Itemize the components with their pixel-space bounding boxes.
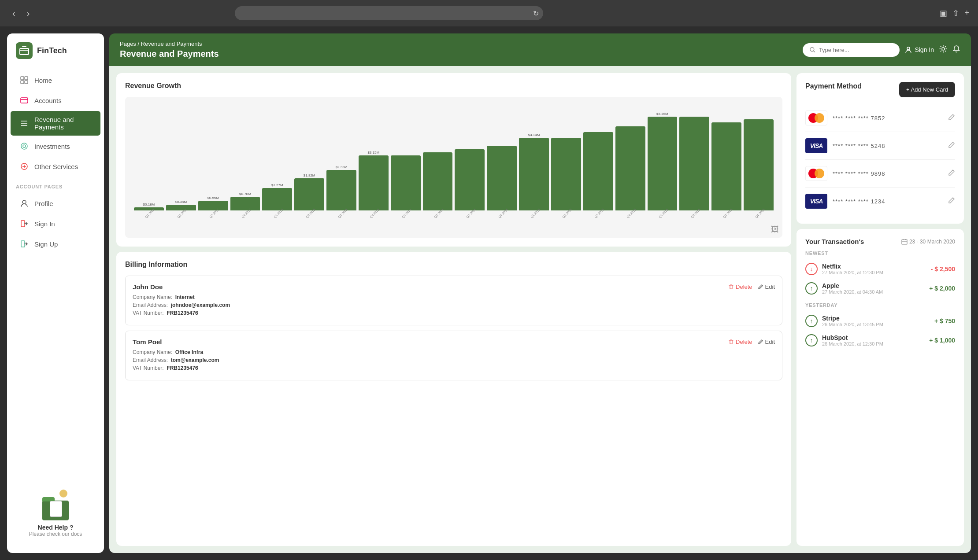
sidebar-item-other[interactable]: Other Services [11,157,100,176]
transaction-item: ↑ Stripe 26 March 2020, at 13:45 PM + $ … [805,311,955,331]
transaction-name: Apple [822,282,883,289]
chart-bar-group: Q1 2014 [391,106,421,225]
edit-button[interactable]: Edit [758,339,775,345]
add-tab-icon[interactable]: + [964,8,969,18]
signup-icon [19,239,29,249]
transaction-left: ↑ Apple 27 March 2020, at 04:30 AM [805,282,883,295]
card-edit-button[interactable] [948,114,955,122]
transaction-item: ↑ HubSpot 26 March 2020, at 12:30 PM + $… [805,331,955,350]
chart-bar [455,149,485,210]
sign-in-button[interactable]: Sign In [905,46,934,53]
sidebar-item-signin[interactable]: Sign In [11,214,100,233]
sign-in-label: Sign In [915,46,934,53]
edit-button[interactable]: Edit [758,284,775,290]
top-bar: Pages / Revenue and Payments Revenue and… [109,33,971,66]
chart-bar-group: Q3 2015 [583,106,613,225]
search-icon [810,47,815,53]
chart-bar-group: Q4 2016 [744,106,774,225]
sidebar-item-home[interactable]: Home [11,70,100,90]
transaction-amount: + $ 1,000 [929,337,955,344]
bar-value-label: $1.27M [271,183,283,187]
svg-point-9 [21,143,27,149]
card-edit-button[interactable] [948,141,955,150]
card-number: **** **** **** 5248 [833,143,885,149]
sidebar-item-signup[interactable]: Sign Up [11,234,100,254]
chart-bar-group: Q3 2016 [711,106,741,225]
chart-bar [551,138,581,210]
transaction-date: 26 March 2020, at 13:45 PM [822,322,883,327]
sidebar-item-revenue[interactable]: Revenue and Payments [11,111,100,136]
card-edit-button[interactable] [948,169,955,178]
chart-bar [711,122,741,210]
main-content: Pages / Revenue and Payments Revenue and… [109,33,971,553]
settings-icon[interactable] [939,45,947,55]
breadcrumb-pages: Pages [120,41,136,47]
bar-value-label: $0.55M [207,196,219,200]
chart-bar-group: $0.55MQ3 2012 [198,106,228,225]
chart-area: $0.18MQ1 2012$0.34MQ2 2012$0.55MQ3 2012$… [134,106,774,238]
svg-rect-4 [25,81,28,84]
chart-bar [198,201,228,210]
person-icon [59,490,67,497]
bar-value-label: $4.14M [528,133,540,137]
address-input[interactable] [235,6,543,20]
search-bar[interactable] [803,43,900,57]
forward-button[interactable]: › [23,7,33,20]
billing-company: Company Name: Internet [133,294,775,300]
chart-bar-group: Q2 2015 [551,106,581,225]
sidebar-item-investments-label: Investments [34,143,70,150]
bar-x-label: Q4 2012 [241,208,258,225]
back-button[interactable]: ‹ [9,7,19,20]
add-new-card-button[interactable]: + Add New Card [899,82,955,97]
billing-email: Email Address: johndoe@example.com [133,302,775,308]
payment-cards-list: **** **** **** 7852VISA**** **** **** 52… [805,104,955,215]
logo-icon [16,42,33,59]
billing-entry-header: John Doe Delete Edit [133,283,775,291]
left-column: Revenue Growth $0.18MQ1 2012$0.34MQ2 201… [116,73,791,546]
delete-button[interactable]: Delete [728,284,752,290]
bar-x-label: Q1 2014 [401,208,419,225]
transaction-item: ↓ Netflix 27 March 2020, at 12:30 PM - $… [805,259,955,279]
breadcrumb-sep: / [138,41,141,47]
transaction-info: Apple 27 March 2020, at 04:30 AM [822,282,883,295]
sidebar-item-revenue-label: Revenue and Payments [34,116,92,131]
refresh-icon[interactable]: ↻ [533,9,539,18]
payment-card-entry: **** **** **** 9898 [805,160,955,188]
chart-bar-group: Q4 2015 [615,106,645,225]
bar-x-label: Q4 2015 [626,208,643,225]
sidebar-help: Need Help ? Please check our docs [7,483,104,544]
main-nav: Home Accounts [7,70,104,483]
chart-bar [391,155,421,210]
transaction-item: ↑ Apple 27 March 2020, at 04:30 AM + $ 2… [805,279,955,298]
help-illustration [40,490,71,520]
breadcrumb: Pages / Revenue and Payments [120,41,219,47]
transaction-direction-icon: ↑ [805,334,818,346]
chart-bar [648,117,678,210]
browser-address[interactable]: ↻ [235,6,543,20]
header-left: Pages / Revenue and Payments Revenue and… [120,41,219,59]
svg-point-19 [907,47,910,50]
billing-title: Billing Information [125,261,782,269]
sidebar-item-accounts[interactable]: Accounts [11,91,100,110]
account-section-label: ACCOUNT PAGES [7,177,104,193]
chart-container: $0.18MQ1 2012$0.34MQ2 2012$0.55MQ3 2012$… [125,97,782,238]
delete-button[interactable]: Delete [728,339,752,345]
bar-x-label: Q3 2014 [466,208,483,225]
card-edit-button[interactable] [948,197,955,206]
search-input[interactable] [819,47,893,53]
chart-bar [294,178,324,210]
bar-x-label: Q4 2014 [498,208,515,225]
new-tab-icon[interactable]: ▣ [940,8,947,18]
sidebar-item-investments[interactable]: Investments [11,136,100,156]
sidebar-item-profile[interactable]: Profile [11,194,100,213]
notification-icon[interactable] [952,45,960,55]
billing-entry-header: Tom Poel Delete Edit [133,338,775,346]
bar-value-label: $3.15M [367,151,379,155]
transaction-name: Stripe [822,315,883,322]
page-title: Revenue and Payments [120,49,219,59]
bar-x-label: Q4 2016 [754,208,771,225]
chart-bar [326,170,356,210]
chart-bar-group: Q2 2014 [423,106,453,225]
sidebar-logo: FinTech [7,42,104,70]
share-icon[interactable]: ⇧ [952,8,959,18]
